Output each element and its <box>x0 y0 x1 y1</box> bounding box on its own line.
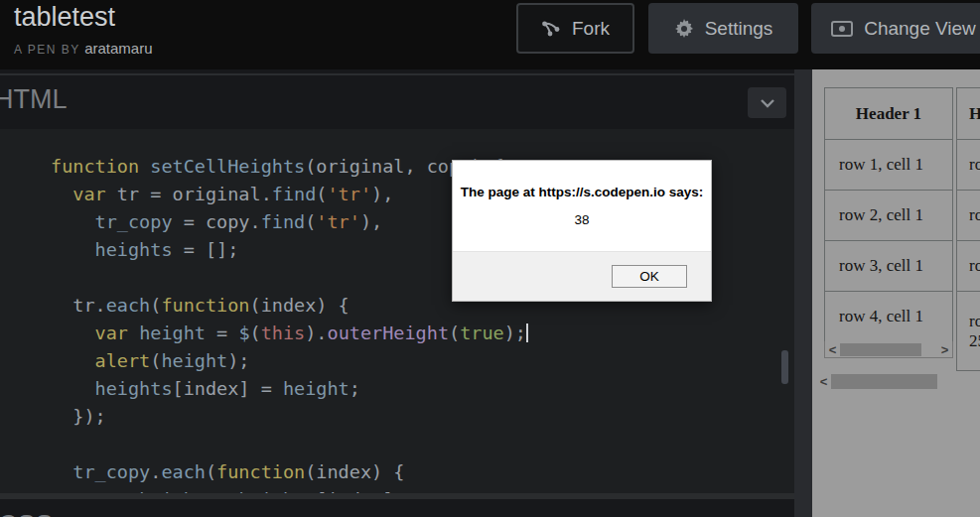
table-row: row 4, cell 1 <box>825 292 953 342</box>
code-line: tr_copy.each(function(index) { <box>51 458 528 486</box>
table-row: row 1, cell 1 <box>825 140 953 191</box>
table-cell-text: row 4, cell 2 <box>969 312 980 330</box>
pen-byline: A PEN BY aratamaru <box>14 40 153 58</box>
html-panel-title: HTML <box>0 84 68 115</box>
html-collapse-button[interactable] <box>748 87 786 118</box>
code-line: var height = $(this).outerHeight(true); <box>51 320 528 347</box>
fork-button-label: Fork <box>572 18 610 40</box>
javascript-alert-dialog: The page at https://s.codepen.io says: 3… <box>452 160 712 302</box>
scrollbar-thumb[interactable] <box>840 343 921 356</box>
css-panel-title: CSS <box>0 510 54 517</box>
gear-icon <box>674 19 694 39</box>
page-horizontal-scrollbar[interactable]: < <box>816 373 980 390</box>
table1-header-cell: Header 1 <box>825 88 953 140</box>
code-line: heights[index] = height; <box>51 375 528 403</box>
scroll-right-arrow-icon[interactable]: > <box>937 342 952 357</box>
alert-message: 38 <box>453 212 711 227</box>
preview-table-column1: Header 1 row 1, cell 1 row 2, cell 1 row… <box>824 87 953 342</box>
code-line: alert(height); <box>51 347 528 375</box>
html-panel-header: HTML <box>0 75 794 127</box>
scroll-left-arrow-icon[interactable]: < <box>816 374 831 389</box>
settings-button[interactable]: Settings <box>648 3 798 54</box>
css-panel-header[interactable]: CSS <box>0 499 794 517</box>
table-horizontal-scrollbar[interactable]: < > <box>824 341 953 358</box>
top-header: tabletest A PEN BY aratamaru Fork Settin… <box>0 0 980 69</box>
alert-footer: OK <box>453 251 711 301</box>
code-line: }); <box>51 403 528 431</box>
table-row: row 2, cell 2 <box>957 191 980 241</box>
preview-table-column2: Header 2 row 1, cell 2 row 2, cell 2 row… <box>956 87 980 371</box>
table-row: row 4, cell 2 25 <box>957 292 980 371</box>
change-view-icon <box>831 20 853 38</box>
fork-button[interactable]: Fork <box>516 3 634 54</box>
scroll-left-arrow-icon[interactable]: < <box>825 342 840 357</box>
pen-author-link[interactable]: aratamaru <box>84 40 152 57</box>
code-line: var height = heights[index]; <box>51 486 528 493</box>
fork-icon <box>541 19 561 39</box>
change-view-button[interactable]: Change View <box>811 3 980 54</box>
scrollbar-thumb[interactable] <box>831 374 937 389</box>
chevron-down-icon <box>760 98 775 108</box>
table-row: row 3, cell 2 <box>957 241 980 292</box>
change-view-button-label: Change View <box>864 18 976 40</box>
table2-header-cell: Header 2 <box>957 88 980 140</box>
table-cell-wrap-text: 25 <box>969 331 980 350</box>
alert-title: The page at https://s.codepen.io says: <box>453 185 711 199</box>
table-row: row 2, cell 1 <box>825 191 953 241</box>
editor-preview-resizer[interactable] <box>794 69 812 517</box>
pen-title: tabletest <box>14 2 115 33</box>
preview-panel: Header 1 row 1, cell 1 row 2, cell 1 row… <box>812 69 980 517</box>
editor-vertical-scrollbar-thumb[interactable] <box>781 350 788 384</box>
alert-ok-button[interactable]: OK <box>612 265 687 288</box>
settings-button-label: Settings <box>705 18 773 40</box>
table-row: row 1, cell 2 <box>957 140 980 191</box>
code-line <box>51 431 528 458</box>
table-row: row 3, cell 1 <box>825 241 953 292</box>
pen-by-label: A PEN BY <box>14 43 80 57</box>
